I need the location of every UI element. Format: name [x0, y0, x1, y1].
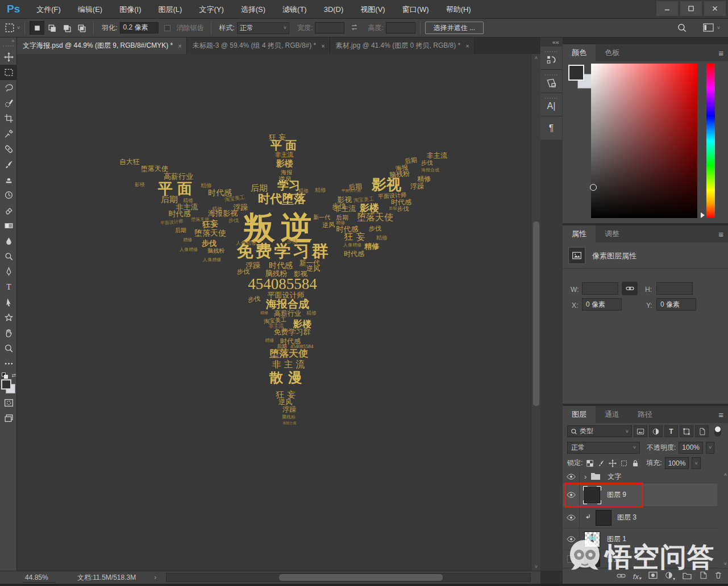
- lock-artboard-icon[interactable]: [620, 459, 628, 467]
- history-brush-tool[interactable]: [0, 187, 17, 203]
- dodge-tool[interactable]: [0, 249, 17, 264]
- filter-smart-objects-icon[interactable]: [695, 425, 709, 437]
- new-group-icon[interactable]: [683, 571, 692, 581]
- menu-item[interactable]: 3D(D): [315, 0, 352, 19]
- edit-toolbar[interactable]: [0, 356, 17, 371]
- hue-marker[interactable]: [701, 212, 705, 218]
- path-selection-tool[interactable]: [0, 295, 17, 310]
- layer-name[interactable]: 图层 3: [617, 513, 637, 522]
- adjustment-layer-icon[interactable]: ▾: [665, 571, 675, 581]
- menu-item[interactable]: 滤镜(T): [274, 0, 315, 19]
- add-to-selection-button[interactable]: [44, 21, 59, 35]
- vertical-scrollbar-thumb[interactable]: [533, 221, 539, 406]
- delete-layer-icon[interactable]: [714, 571, 722, 581]
- collapse-panels-icon[interactable]: ««: [540, 37, 563, 47]
- layers-panel-tab[interactable]: 图层: [563, 406, 596, 423]
- close-tab-icon[interactable]: ×: [465, 43, 469, 49]
- blur-tool[interactable]: [0, 233, 17, 249]
- foreground-color-swatch[interactable]: [568, 65, 584, 81]
- x-input[interactable]: 0 像素: [582, 298, 622, 311]
- eraser-tool[interactable]: [0, 203, 17, 218]
- maximize-button[interactable]: [680, 1, 702, 16]
- layer-thumbnail[interactable]: [596, 510, 611, 526]
- canvas[interactable]: 狂 妄平面非主流影楼海报逆风后期学习精修精修时代堕落浮躁步伐自大狂堕落天使高薪行…: [17, 54, 531, 571]
- lasso-tool[interactable]: [0, 80, 17, 95]
- panel-menu-icon[interactable]: ≡: [718, 229, 723, 239]
- expand-group-icon[interactable]: ›: [584, 472, 586, 481]
- w-input[interactable]: [582, 282, 618, 295]
- history-panel-icon[interactable]: [540, 47, 562, 70]
- gradient-tool[interactable]: [0, 218, 17, 233]
- style-select[interactable]: 正常˅: [237, 22, 289, 34]
- quick-selection-tool[interactable]: [0, 95, 17, 111]
- layer-effects-icon[interactable]: fx▾: [633, 572, 641, 581]
- zoom-tool[interactable]: [0, 341, 17, 356]
- horizontal-scrollbar[interactable]: [166, 573, 531, 582]
- styles-panel-icon[interactable]: [540, 70, 562, 93]
- fill-value[interactable]: 100%: [665, 457, 689, 469]
- h-input[interactable]: [656, 282, 693, 295]
- subtract-from-selection-button[interactable]: [59, 21, 74, 35]
- character-panel-icon[interactable]: A|: [540, 93, 562, 116]
- layer-row-背景[interactable]: 背景: [563, 550, 717, 568]
- properties-panel-tab[interactable]: 调整: [596, 225, 629, 242]
- layer-filter-select[interactable]: 类型 ˅: [567, 425, 632, 437]
- close-tab-icon[interactable]: ×: [321, 43, 325, 49]
- fill-dropdown[interactable]: ˅: [692, 457, 700, 469]
- document-tab[interactable]: 文字海报.psd @ 44.9% (图层 9, RGB/8#/CMYK) *×: [17, 37, 187, 54]
- zoom-level-field[interactable]: 44.85%: [23, 573, 56, 583]
- feather-input[interactable]: 0.2 像素: [120, 22, 159, 34]
- rectangular-marquee-tool[interactable]: [0, 65, 17, 80]
- layer-name[interactable]: 背景: [607, 554, 621, 564]
- brush-tool[interactable]: [0, 157, 17, 172]
- panel-menu-icon[interactable]: ≡: [718, 48, 723, 58]
- menu-item[interactable]: 图像(I): [111, 0, 149, 19]
- collapse-toolbar-icon[interactable]: »: [0, 37, 16, 45]
- visibility-eye-icon[interactable]: [563, 529, 580, 550]
- scroll-up-icon[interactable]: ˄: [724, 472, 727, 478]
- swap-dimensions-icon[interactable]: [350, 23, 359, 33]
- add-layer-mask-icon[interactable]: [648, 571, 658, 581]
- layers-panel-tab[interactable]: 通道: [596, 406, 629, 423]
- filter-type-layers-icon[interactable]: T: [664, 425, 678, 437]
- document-tab[interactable]: 未标题-3 @ 59.4% (组 4 拷贝, RGB/8#) *×: [187, 37, 330, 54]
- color-panel-tab[interactable]: 色板: [596, 44, 629, 61]
- lock-position-icon[interactable]: [609, 459, 617, 467]
- menu-item[interactable]: 视图(V): [352, 0, 393, 19]
- visibility-eye-icon[interactable]: [563, 471, 580, 483]
- screen-mode-button[interactable]: [0, 411, 17, 426]
- pen-tool[interactable]: [0, 264, 17, 279]
- select-and-mask-button[interactable]: 选择并遮住 ...: [425, 22, 484, 34]
- menu-item[interactable]: 文件(F): [28, 0, 69, 19]
- filter-shape-layers-icon[interactable]: [680, 425, 693, 437]
- foreground-color-swatch[interactable]: [1, 379, 11, 390]
- scroll-down-icon[interactable]: ˅: [724, 561, 727, 567]
- eyedropper-tool[interactable]: [0, 126, 17, 141]
- lock-transparency-icon[interactable]: [586, 459, 594, 467]
- layer-row-图层-1[interactable]: 图层 1: [563, 529, 717, 550]
- layer-row-图层-3[interactable]: 图层 3: [563, 507, 717, 529]
- y-input[interactable]: 0 像素: [656, 298, 696, 311]
- layers-panel-tab[interactable]: 路径: [629, 406, 662, 423]
- menu-item[interactable]: 编辑(E): [69, 0, 111, 19]
- link-layers-icon[interactable]: [617, 571, 626, 581]
- close-button[interactable]: [704, 1, 726, 16]
- height-input[interactable]: [386, 22, 415, 34]
- opacity-value[interactable]: 100%: [679, 442, 703, 454]
- layer-name[interactable]: 图层 1: [607, 534, 626, 544]
- spot-healing-tool[interactable]: [0, 141, 17, 157]
- link-dimensions-button[interactable]: [622, 282, 638, 295]
- scroll-up-icon[interactable]: ˄: [531, 55, 541, 61]
- hand-tool[interactable]: [0, 325, 17, 341]
- intersect-selection-button[interactable]: [74, 21, 89, 35]
- layer-thumbnail[interactable]: [584, 551, 600, 567]
- lock-pixels-icon[interactable]: [597, 459, 605, 467]
- new-selection-button[interactable]: [30, 21, 44, 35]
- filter-toggle[interactable]: [714, 426, 721, 437]
- menu-item[interactable]: 图层(L): [149, 0, 190, 19]
- color-cursor[interactable]: [590, 184, 597, 191]
- minimize-button[interactable]: [656, 1, 678, 16]
- close-tab-icon[interactable]: ×: [178, 43, 181, 49]
- layer-name[interactable]: 文字: [608, 472, 621, 482]
- type-tool[interactable]: T: [0, 279, 17, 295]
